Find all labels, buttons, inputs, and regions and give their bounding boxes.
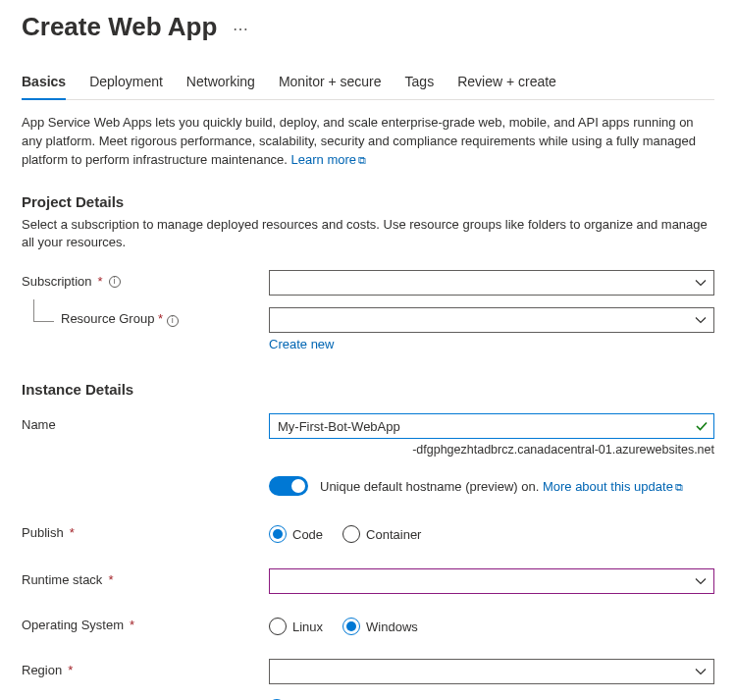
learn-more-link[interactable]: Learn more⧉ bbox=[291, 152, 366, 167]
name-input[interactable] bbox=[269, 413, 714, 439]
hostname-more-link[interactable]: More about this update⧉ bbox=[543, 479, 683, 494]
publish-radio-group: Code Container bbox=[269, 521, 714, 543]
page-title: Create Web App bbox=[22, 12, 217, 42]
name-label: Name bbox=[22, 417, 56, 432]
external-icon: ⧉ bbox=[675, 481, 683, 493]
required-icon: * bbox=[70, 525, 75, 540]
runtime-stack-select[interactable] bbox=[269, 568, 714, 594]
tab-basics[interactable]: Basics bbox=[22, 70, 66, 99]
required-icon: * bbox=[68, 663, 73, 677]
required-icon: * bbox=[158, 311, 163, 326]
name-suffix: -dfgphgezhtadbrcz.canadacentral-01.azure… bbox=[269, 443, 714, 457]
check-icon bbox=[695, 419, 709, 433]
os-windows-radio[interactable]: Windows bbox=[342, 618, 418, 635]
region-select[interactable] bbox=[269, 659, 714, 684]
os-linux-radio[interactable]: Linux bbox=[269, 618, 323, 635]
resource-group-select[interactable] bbox=[269, 307, 714, 333]
tabs: Basics Deployment Networking Monitor + s… bbox=[22, 70, 714, 100]
hostname-toggle[interactable] bbox=[269, 476, 308, 496]
tab-monitor-secure[interactable]: Monitor + secure bbox=[279, 70, 382, 99]
external-icon: ⧉ bbox=[358, 154, 366, 166]
required-icon: * bbox=[108, 572, 113, 587]
publish-container-radio[interactable]: Container bbox=[342, 525, 421, 543]
required-icon: * bbox=[98, 274, 103, 289]
tab-tags[interactable]: Tags bbox=[405, 70, 435, 99]
runtime-stack-label: Runtime stack bbox=[22, 572, 102, 587]
os-radio-group: Linux Windows bbox=[269, 614, 714, 635]
subscription-select[interactable] bbox=[269, 270, 714, 296]
tab-review-create[interactable]: Review + create bbox=[457, 70, 556, 99]
intro-text: App Service Web Apps lets you quickly bu… bbox=[22, 114, 714, 170]
radio-label: Windows bbox=[366, 619, 418, 634]
required-icon: * bbox=[130, 618, 134, 632]
publish-label: Publish bbox=[22, 525, 64, 540]
instance-details-title: Instance Details bbox=[22, 381, 714, 398]
publish-code-radio[interactable]: Code bbox=[269, 525, 323, 543]
radio-label: Linux bbox=[292, 619, 323, 634]
radio-label: Code bbox=[292, 527, 323, 542]
region-label: Region bbox=[22, 663, 62, 677]
tab-networking[interactable]: Networking bbox=[186, 70, 255, 99]
info-icon[interactable]: i bbox=[167, 315, 179, 327]
radio-label: Container bbox=[366, 527, 421, 542]
hostname-toggle-label: Unique default hostname (preview) on. Mo… bbox=[320, 479, 683, 494]
project-details-title: Project Details bbox=[22, 193, 714, 210]
more-actions-icon[interactable]: ⋯ bbox=[233, 16, 250, 38]
resource-group-label: Resource Group bbox=[61, 311, 154, 326]
subscription-label: Subscription bbox=[22, 274, 92, 289]
os-label: Operating System bbox=[22, 618, 124, 632]
info-icon[interactable]: i bbox=[109, 276, 121, 288]
project-details-desc: Select a subscription to manage deployed… bbox=[22, 216, 714, 253]
create-new-resource-group-link[interactable]: Create new bbox=[269, 337, 334, 351]
tab-deployment[interactable]: Deployment bbox=[89, 70, 163, 99]
